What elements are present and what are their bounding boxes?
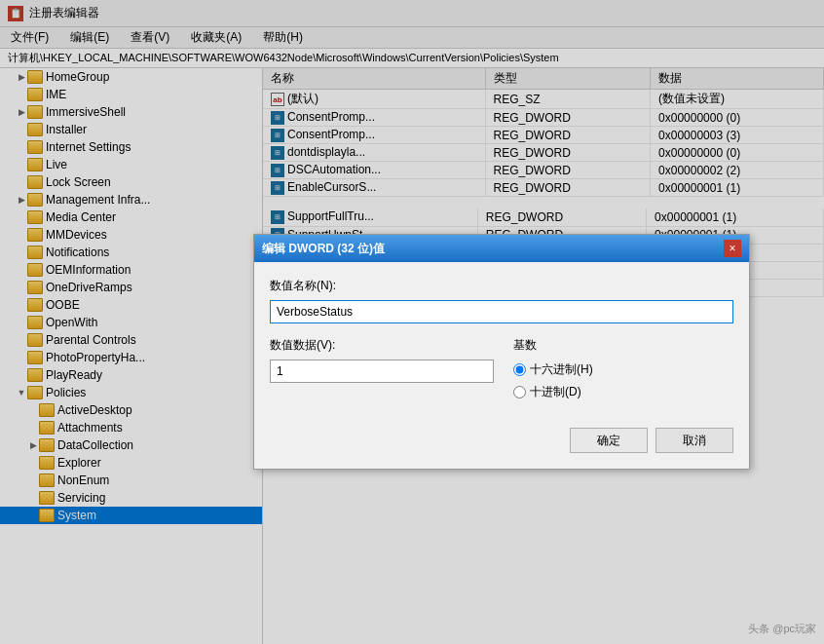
edit-dword-dialog: 编辑 DWORD (32 位)值 × 数值名称(N): 数值数据(V): 基数 … <box>253 234 750 470</box>
dec-radio-label[interactable]: 十进制(D) <box>513 384 733 400</box>
name-label: 数值名称(N): <box>270 278 733 294</box>
dialog-data-row: 数值数据(V): 基数 十六进制(H) 十进制(D) <box>270 337 733 400</box>
name-input[interactable] <box>270 300 733 323</box>
base-label: 基数 <box>513 337 733 354</box>
cancel-button[interactable]: 取消 <box>655 428 733 453</box>
hex-radio[interactable] <box>513 363 526 376</box>
radio-group: 十六进制(H) 十进制(D) <box>513 361 733 400</box>
dialog-title: 编辑 DWORD (32 位)值 <box>262 241 385 257</box>
dialog-overlay: 编辑 DWORD (32 位)值 × 数值名称(N): 数值数据(V): 基数 … <box>0 0 824 644</box>
base-section: 基数 十六进制(H) 十进制(D) <box>513 337 733 400</box>
hex-radio-text: 十六进制(H) <box>530 361 593 378</box>
watermark: 头条 @pc玩家 <box>748 622 816 636</box>
dialog-buttons: 确定 取消 <box>270 416 733 453</box>
data-label: 数值数据(V): <box>270 337 494 354</box>
dialog-title-bar: 编辑 DWORD (32 位)值 × <box>254 235 749 262</box>
dec-radio[interactable] <box>513 386 526 398</box>
dialog-close-button[interactable]: × <box>724 240 741 257</box>
value-section: 数值数据(V): <box>270 337 494 383</box>
dialog-body: 数值名称(N): 数值数据(V): 基数 十六进制(H) <box>254 262 749 469</box>
data-input[interactable] <box>270 360 494 383</box>
ok-button[interactable]: 确定 <box>570 428 648 453</box>
hex-radio-label[interactable]: 十六进制(H) <box>513 361 733 378</box>
dec-radio-text: 十进制(D) <box>530 384 581 400</box>
